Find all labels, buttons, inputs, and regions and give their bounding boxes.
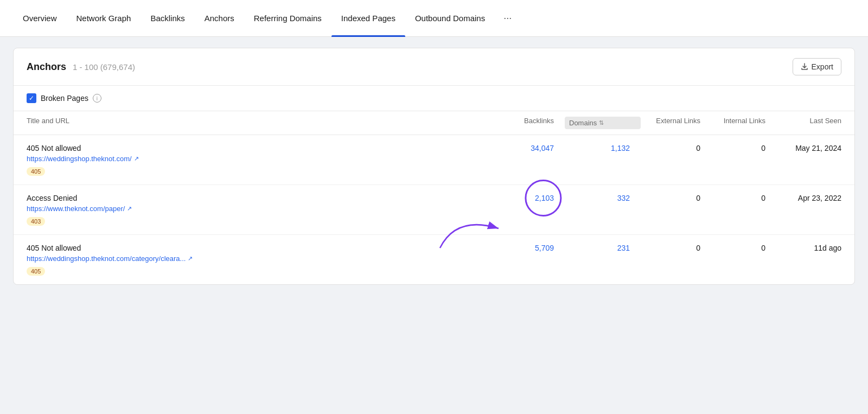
cell-title-url-2: Access Denied https://www.theknot.com/pa… bbox=[27, 194, 500, 226]
export-button[interactable]: Export bbox=[793, 58, 841, 75]
status-badge-3: 405 bbox=[27, 267, 45, 276]
col-header-last-seen: Last Seen bbox=[776, 117, 841, 129]
col-header-domains[interactable]: Domains ⇅ bbox=[565, 117, 641, 129]
sort-icon: ⇅ bbox=[599, 119, 604, 126]
col-header-title-url: Title and URL bbox=[27, 117, 500, 129]
table-row: 405 Not allowed https://weddingshop.thek… bbox=[14, 235, 854, 284]
cell-backlinks-1: 34,047 bbox=[500, 144, 565, 152]
col-header-internal-links: Internal Links bbox=[711, 117, 776, 129]
nav-item-overview[interactable]: Overview bbox=[13, 0, 67, 37]
row-url-2[interactable]: https://www.theknot.com/paper/ ↗ bbox=[27, 205, 500, 213]
table-row: 405 Not allowed https://weddingshop.thek… bbox=[14, 135, 854, 185]
nav-item-referring-domains[interactable]: Referring Domains bbox=[244, 0, 331, 37]
external-link-icon-2: ↗ bbox=[127, 205, 132, 212]
top-navigation: Overview Network Graph Backlinks Anchors… bbox=[0, 0, 868, 37]
nav-item-anchors[interactable]: Anchors bbox=[195, 0, 244, 37]
card-title: Anchors bbox=[27, 61, 66, 72]
anchors-card: Anchors 1 - 100 (679,674) Export ✓ Broke… bbox=[13, 48, 855, 285]
cell-external-links-3: 0 bbox=[641, 244, 711, 252]
cell-external-links-2: 0 bbox=[641, 194, 711, 202]
export-icon bbox=[801, 63, 808, 71]
nav-item-indexed-pages[interactable]: Indexed Pages bbox=[331, 0, 405, 37]
cell-internal-links-3: 0 bbox=[711, 244, 776, 252]
cell-internal-links-1: 0 bbox=[711, 144, 776, 152]
cell-external-links-1: 0 bbox=[641, 144, 711, 152]
status-badge-2: 403 bbox=[27, 217, 45, 226]
external-link-icon-1: ↗ bbox=[134, 155, 139, 162]
cell-domains-3: 231 bbox=[565, 244, 641, 252]
row-url-3[interactable]: https://weddingshop.theknot.com/category… bbox=[27, 254, 500, 263]
cell-internal-links-2: 0 bbox=[711, 194, 776, 202]
cell-last-seen-2: Apr 23, 2022 bbox=[776, 194, 841, 202]
row-title-1: 405 Not allowed bbox=[27, 144, 500, 152]
filter-row: ✓ Broken Pages i bbox=[14, 86, 854, 111]
row-title-2: Access Denied bbox=[27, 194, 500, 202]
checkmark-icon: ✓ bbox=[29, 94, 34, 102]
table-header: Title and URL Backlinks Domains ⇅ Extern… bbox=[14, 111, 854, 135]
cell-last-seen-1: May 21, 2024 bbox=[776, 144, 841, 152]
card-title-area: Anchors 1 - 100 (679,674) bbox=[27, 61, 135, 73]
cell-domains-1: 1,132 bbox=[565, 144, 641, 152]
status-badge-1: 405 bbox=[27, 167, 45, 176]
cell-title-url-3: 405 Not allowed https://weddingshop.thek… bbox=[27, 244, 500, 276]
info-icon[interactable]: i bbox=[93, 94, 101, 103]
broken-pages-label: Broken Pages bbox=[41, 94, 88, 103]
cell-domains-2: 332 bbox=[565, 194, 641, 202]
cell-last-seen-3: 11d ago bbox=[776, 244, 841, 252]
broken-pages-filter[interactable]: ✓ Broken Pages bbox=[27, 93, 88, 103]
row-title-3: 405 Not allowed bbox=[27, 244, 500, 252]
external-link-icon-3: ↗ bbox=[188, 255, 193, 262]
data-table: Title and URL Backlinks Domains ⇅ Extern… bbox=[14, 111, 854, 284]
main-content: Anchors 1 - 100 (679,674) Export ✓ Broke… bbox=[0, 37, 868, 296]
row-url-1[interactable]: https://weddingshop.theknot.com/ ↗ bbox=[27, 155, 500, 163]
card-header: Anchors 1 - 100 (679,674) Export bbox=[14, 48, 854, 86]
card-subtitle: 1 - 100 (679,674) bbox=[73, 62, 135, 72]
cell-backlinks-3: 5,709 bbox=[500, 244, 565, 252]
col-header-backlinks: Backlinks bbox=[500, 117, 565, 129]
cell-backlinks-2: 2,103 bbox=[500, 194, 565, 202]
broken-pages-checkbox[interactable]: ✓ bbox=[27, 93, 36, 103]
nav-item-backlinks[interactable]: Backlinks bbox=[141, 0, 194, 37]
nav-item-outbound-domains[interactable]: Outbound Domains bbox=[405, 0, 495, 37]
col-header-external-links: External Links bbox=[641, 117, 711, 129]
nav-more-button[interactable]: ··· bbox=[499, 12, 516, 24]
cell-title-url-1: 405 Not allowed https://weddingshop.thek… bbox=[27, 144, 500, 176]
nav-item-network-graph[interactable]: Network Graph bbox=[67, 0, 141, 37]
table-row: Access Denied https://www.theknot.com/pa… bbox=[14, 185, 854, 235]
